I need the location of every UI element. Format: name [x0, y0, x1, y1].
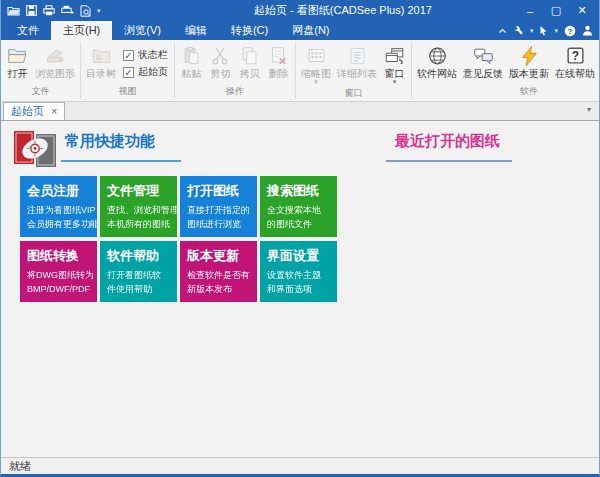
underline-left — [61, 160, 181, 162]
ribbon: 打开 浏览图形 文件 目录树 ✓ 状态栏 — [1, 40, 599, 102]
save-icon[interactable] — [26, 5, 37, 16]
feedback-icon — [472, 44, 495, 68]
tools-dropdown-icon[interactable]: ▾ — [530, 27, 534, 34]
lightning-icon — [518, 44, 541, 68]
svg-text:?: ? — [568, 26, 573, 35]
thumbnails-button[interactable]: 缩略图 ▾ — [298, 43, 334, 86]
tab-edit[interactable]: 编辑 — [173, 21, 219, 40]
directory-tree-icon — [90, 44, 113, 68]
detail-list-icon — [346, 44, 369, 68]
help-circle-icon[interactable]: ? — [564, 25, 576, 37]
cut-button[interactable]: 剪切 — [206, 43, 235, 80]
group-label-operate: 操作 — [177, 84, 293, 101]
close-icon[interactable]: × — [51, 106, 57, 117]
detail-list-button[interactable]: 详细列表 — [334, 43, 380, 80]
copy-icon — [238, 44, 261, 68]
paste-button[interactable]: 粘贴 — [177, 43, 206, 80]
shortcut-tiles: 会员注册 注册为看图纸VIP 会员拥有更多功能 文件管理 查找、浏览和管理 本机… — [20, 176, 337, 302]
close-button[interactable]: ✕ — [569, 1, 595, 20]
chevron-down-icon: ▾ — [393, 79, 397, 85]
ribbon-group-operate: 粘贴 剪切 拷贝 删除 操作 — [175, 40, 295, 101]
cut-icon — [209, 44, 232, 68]
pointer-icon[interactable] — [539, 25, 548, 36]
tab-startpage[interactable]: 起始页 × — [3, 102, 65, 120]
tab-netdisk[interactable]: 网盘(N) — [280, 21, 341, 40]
checkbox-checked-icon: ✓ — [123, 50, 134, 61]
tile-search-drawing[interactable]: 搜索图纸 全文搜索本地 的图纸文件 — [260, 176, 337, 237]
svg-text:?: ? — [571, 49, 578, 63]
ribbon-right-tools: ▾ ▾ ? — [498, 21, 599, 40]
ribbon-group-window: 缩略图 ▾ 详细列表 窗口 ▾ 窗口 — [296, 40, 411, 101]
website-button[interactable]: 软件网站 — [414, 43, 460, 80]
tile-open-drawing[interactable]: 打开图纸 直接打开指定的 图纸进行浏览 — [180, 176, 257, 237]
customize-dropdown-icon[interactable]: ▾ — [97, 7, 101, 14]
tab-list-dropdown-icon[interactable]: ▾ — [587, 105, 591, 114]
delete-icon — [267, 44, 290, 68]
update-button[interactable]: 版本更新 — [506, 43, 552, 80]
start-page: 常用快捷功能 最近打开的图纸 会员注册 注册为看图纸VIP 会员拥有更多功能 文… — [1, 121, 599, 457]
feedback-button[interactable]: 意见反馈 — [460, 43, 506, 80]
tab-convert[interactable]: 转换(C) — [219, 21, 280, 40]
tab-home[interactable]: 主页(H) — [51, 21, 112, 40]
print-setup-icon[interactable] — [61, 5, 74, 16]
document-tab-strip: 起始页 × ▾ — [1, 102, 599, 121]
window-title: 起始页 - 看图纸(CADSee Plus) 2017 — [177, 3, 509, 18]
tools-wrench-icon[interactable] — [513, 25, 524, 36]
pointer-dropdown-icon[interactable]: ▾ — [554, 27, 558, 34]
tile-member-register[interactable]: 会员注册 注册为看图纸VIP 会员拥有更多功能 — [20, 176, 97, 237]
group-label-window: 窗口 — [298, 86, 409, 103]
open-folder-icon — [6, 44, 29, 68]
chevron-down-icon: ▾ — [314, 79, 318, 85]
underline-right — [386, 160, 512, 162]
ribbon-tab-row: 文件 主页(H) 浏览(V) 编辑 转换(C) 网盘(N) ▾ ▾ ? — [1, 21, 599, 40]
title-bar: ▾ 起始页 - 看图纸(CADSee Plus) 2017 – ▢ ✕ — [1, 0, 599, 21]
help-box-icon: ? — [564, 44, 587, 68]
statusbar-checkbox[interactable]: ✓ 状态栏 — [123, 48, 168, 62]
print-icon[interactable] — [43, 5, 55, 16]
window-button[interactable]: 窗口 ▾ — [380, 43, 409, 86]
delete-button[interactable]: 删除 — [264, 43, 293, 80]
quick-access-toolbar: ▾ — [7, 5, 177, 17]
tile-convert-drawing[interactable]: 图纸转换 将DWG图纸转为 BMP/DWF/PDF — [20, 241, 97, 302]
status-bar: 就绪 — [1, 457, 599, 474]
tile-version-update[interactable]: 版本更新 检查软件是否有 新版本发布 — [180, 241, 257, 302]
copy-button[interactable]: 拷贝 — [235, 43, 264, 80]
ribbon-group-view: 目录树 ✓ 状态栏 ✓ 起始页 视图 — [81, 40, 174, 101]
view-checkboxes: ✓ 状态栏 ✓ 起始页 — [119, 43, 172, 79]
checkbox-checked-icon: ✓ — [123, 67, 134, 78]
startpage-checkbox[interactable]: ✓ 起始页 — [123, 65, 168, 79]
open-file-icon[interactable] — [7, 5, 20, 16]
tile-file-manage[interactable]: 文件管理 查找、浏览和管理 本机所有的图纸 — [100, 176, 177, 237]
group-label-view: 视图 — [83, 84, 172, 101]
directory-tree-button[interactable]: 目录树 — [83, 43, 119, 80]
tile-software-help[interactable]: 软件帮助 打开看图纸软 件使用帮助 — [100, 241, 177, 302]
user-icon[interactable] — [582, 25, 593, 36]
open-button[interactable]: 打开 — [3, 43, 32, 80]
window-controls: – ▢ ✕ — [509, 1, 595, 20]
status-text: 就绪 — [9, 459, 31, 474]
maximize-button[interactable]: ▢ — [543, 1, 569, 20]
tab-browse[interactable]: 浏览(V) — [112, 21, 173, 40]
app-logo — [13, 129, 57, 173]
collapse-ribbon-icon[interactable] — [498, 27, 507, 35]
app-window: ▾ 起始页 - 看图纸(CADSee Plus) 2017 – ▢ ✕ 文件 主… — [0, 0, 600, 477]
page-preview-icon[interactable] — [80, 5, 91, 17]
windows-icon — [383, 44, 406, 68]
section-title-recent: 最近打开的图纸 — [395, 132, 500, 151]
minimize-button[interactable]: – — [517, 1, 543, 20]
browse-graphics-button[interactable]: 浏览图形 — [32, 43, 78, 80]
globe-icon — [426, 44, 449, 68]
online-help-button[interactable]: ? 在线帮助 — [552, 43, 598, 80]
browse-graphics-icon — [44, 44, 67, 68]
paste-icon — [180, 44, 203, 68]
thumbnails-icon — [305, 44, 328, 68]
group-label-software: 软件 — [414, 84, 600, 101]
doc-tab-label: 起始页 — [11, 104, 44, 119]
tab-file[interactable]: 文件 — [5, 21, 51, 40]
group-label-file: 文件 — [3, 84, 78, 101]
tile-ui-settings[interactable]: 界面设置 设置软件主题 和界面选项 — [260, 241, 337, 302]
ribbon-group-file: 打开 浏览图形 文件 — [1, 40, 80, 101]
ribbon-group-software: 软件网站 意见反馈 版本更新 ? 在线帮助 软件注册 — [412, 40, 600, 101]
section-title-shortcuts: 常用快捷功能 — [65, 132, 155, 151]
